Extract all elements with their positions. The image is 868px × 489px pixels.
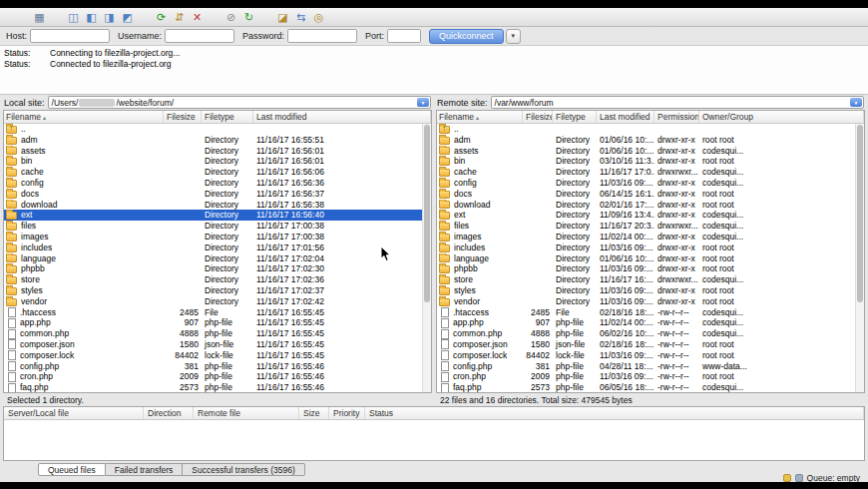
file-row[interactable]: stylesDirectory11/16/17 17:02:37 [4, 285, 431, 296]
file-row[interactable]: .. [4, 124, 431, 135]
chevron-down-icon[interactable]: ▼ [417, 98, 429, 107]
file-row[interactable]: phpbbDirectory11/03/16 09:...drwxr-xr-xr… [437, 263, 864, 274]
queue-column-header[interactable]: Direction [144, 407, 194, 419]
remote-path-combo[interactable]: /var/www/forum ▼ [491, 96, 864, 109]
file-row[interactable]: app.php907php-file11/02/14 00:...-rw-r--… [437, 317, 864, 328]
scrollbar-thumb[interactable] [424, 125, 430, 302]
file-row[interactable]: extDirectory11/16/17 16:56:40 [4, 210, 431, 221]
file-row[interactable]: app.php907php-file11/16/17 16:55:45 [4, 317, 431, 328]
column-header-mod[interactable]: Last modified [597, 111, 654, 123]
password-input[interactable] [287, 29, 357, 43]
file-row[interactable]: binDirectory03/10/16 11:3...drwxr-xr-xro… [437, 156, 864, 167]
process-queue-icon[interactable]: ⇵ [172, 10, 187, 25]
file-row[interactable]: stylesDirectory11/03/16 09:...drwxr-xr-x… [437, 285, 864, 296]
column-header-name[interactable]: Filename▴ [4, 111, 164, 123]
file-row[interactable]: phpbbDirectory11/16/17 17:02:30 [4, 263, 431, 274]
file-row[interactable]: includesDirectory11/03/16 09:...drwxr-xr… [437, 243, 864, 253]
reconnect-icon[interactable]: ↻ [241, 10, 256, 25]
username-input[interactable] [165, 29, 234, 43]
toggle-log-icon[interactable]: ◫ [66, 10, 81, 25]
file-row[interactable]: includesDirectory11/16/17 17:01:56 [4, 243, 431, 253]
file-row[interactable]: cron.php2009php-file11/03/16 09:...-rw-r… [437, 371, 864, 382]
queue-column-header[interactable]: Priority [329, 407, 365, 419]
file-row[interactable]: extDirectory11/09/16 13:4...drwxr-xr-xco… [437, 210, 864, 221]
column-header-size[interactable]: Filesize [164, 111, 202, 123]
file-name: files [454, 221, 469, 232]
column-header-type[interactable]: Filetype [202, 111, 253, 123]
local-path-combo[interactable]: /Users/ /website/forum/ ▼ [48, 96, 431, 109]
toggle-local-tree-icon[interactable]: ◧ [84, 10, 99, 25]
toggle-remote-tree-icon[interactable]: ◨ [102, 10, 117, 25]
file-row[interactable]: admDirectory11/16/17 16:55:51 [4, 135, 431, 146]
file-row[interactable]: composer.json1580json-file11/16/17 16:55… [4, 339, 431, 350]
file-row[interactable]: docsDirectory11/16/17 16:56:37 [4, 189, 431, 200]
file-row[interactable]: faq.php2573php-file11/16/17 16:55:46 [4, 382, 431, 392]
file-row[interactable]: composer.lock84402lock-file11/03/16 09:.… [437, 350, 864, 361]
file-row[interactable]: .. [437, 124, 864, 135]
quickconnect-dropdown-button[interactable]: ▼ [506, 29, 521, 44]
find-files-icon[interactable]: ◎ [311, 10, 326, 25]
queue-column-header[interactable]: Server/Local file [4, 407, 144, 419]
file-icon [441, 339, 449, 349]
column-header-name[interactable]: Filename▴ [437, 111, 523, 123]
column-header-perm[interactable]: Permissions [654, 111, 699, 123]
file-row[interactable]: common.php4888php-file06/02/16 10:...-rw… [437, 328, 864, 339]
disconnect-icon[interactable]: ⊘ [223, 10, 238, 25]
file-row[interactable]: docsDirectory06/14/15 16:1...drwxr-xr-xr… [437, 189, 864, 200]
file-row[interactable]: cacheDirectory11/16/17 17:0...drwxrwxr..… [437, 167, 864, 178]
file-row[interactable]: assetsDirectory11/16/17 16:56:01 [4, 146, 431, 157]
file-row[interactable]: languageDirectory01/06/16 10:...drwxr-xr… [437, 253, 864, 264]
file-row[interactable]: cron.php2009php-file11/16/17 16:55:46 [4, 371, 431, 382]
file-row[interactable]: languageDirectory11/16/17 17:02:04 [4, 253, 431, 264]
file-row[interactable]: configDirectory11/03/16 09:...drwxr-xr-x… [437, 178, 864, 189]
quickconnect-button[interactable]: Quickconnect [429, 29, 504, 44]
host-input[interactable] [30, 29, 110, 43]
port-input[interactable] [387, 29, 421, 43]
file-row[interactable]: binDirectory11/16/17 16:56:01 [4, 156, 431, 167]
cell-name: ext [437, 210, 523, 221]
file-row[interactable]: imagesDirectory11/16/17 17:00:38 [4, 232, 431, 243]
synchronized-browsing-icon[interactable]: ⇆ [293, 10, 308, 25]
file-row[interactable]: assetsDirectory01/06/16 10:...drwxr-xr-x… [437, 146, 864, 157]
file-row[interactable]: downloadDirectory11/16/17 16:56:38 [4, 200, 431, 211]
chevron-down-icon[interactable]: ▼ [850, 98, 862, 107]
column-header-type[interactable]: Filetype [553, 111, 597, 123]
file-row[interactable]: admDirectory01/06/16 10:...drwxr-xr-xroo… [437, 135, 864, 146]
file-row[interactable]: composer.json1580json-file02/18/16 18:..… [437, 339, 864, 350]
cancel-icon[interactable]: ✕ [190, 10, 205, 25]
file-row[interactable]: faq.php2573php-file06/05/16 18:...-rw-r-… [437, 382, 864, 392]
file-row[interactable]: .htaccess2485File02/18/16 18:...-rw-r--r… [437, 307, 864, 318]
vertical-scrollbar[interactable] [422, 124, 431, 392]
directory-comparison-icon[interactable]: ◪ [275, 10, 290, 25]
file-row[interactable]: config.php381php-file04/28/11 18:...-rw-… [437, 361, 864, 372]
queue-column-header[interactable]: Status [365, 407, 864, 419]
cell-mod: 11/16/17 17:02:42 [253, 296, 431, 307]
file-row[interactable]: composer.lock84402lock-file11/16/17 16:5… [4, 350, 431, 361]
column-header-mod[interactable]: Last modified [253, 111, 431, 123]
file-row[interactable]: vendorDirectory11/16/17 17:02:42 [4, 296, 431, 307]
file-row[interactable]: filesDirectory11/16/17 20:3...drwxrwxr..… [437, 221, 864, 232]
folder-icon [439, 169, 450, 177]
toggle-queue-icon[interactable]: ◩ [120, 10, 135, 25]
file-row[interactable]: filesDirectory11/16/17 17:00:38 [4, 221, 431, 232]
file-row[interactable]: storeDirectory11/16/17 17:02:36 [4, 274, 431, 285]
file-row[interactable]: vendorDirectory11/03/16 09:...drwxr-xr-x… [437, 296, 864, 307]
file-row[interactable]: imagesDirectory11/02/14 00:...drwxr-xr-x… [437, 232, 864, 243]
site-manager-icon[interactable]: ▦ [32, 10, 47, 25]
queue-column-header[interactable]: Remote file [194, 407, 299, 419]
vertical-scrollbar[interactable] [855, 124, 864, 392]
file-row[interactable]: config.php381php-file11/16/17 16:55:46 [4, 361, 431, 372]
column-header-owner[interactable]: Owner/Group [699, 111, 864, 123]
file-row[interactable]: cacheDirectory11/16/17 16:56:06 [4, 167, 431, 178]
file-name: ext [21, 210, 32, 221]
file-row[interactable]: common.php4888php-file11/16/17 16:55:45 [4, 328, 431, 339]
file-row[interactable]: storeDirectory11/16/17 16:...drwxrwxr...… [437, 274, 864, 285]
file-row[interactable]: configDirectory11/16/17 16:56:36 [4, 178, 431, 189]
file-row[interactable]: downloadDirectory02/01/16 17:...drwxr-xr… [437, 200, 864, 211]
file-row[interactable]: .htaccess2485File11/16/17 16:55:45 [4, 307, 431, 318]
cell-owner: codesqui... [699, 317, 864, 328]
queue-column-header[interactable]: Size [299, 407, 329, 419]
scrollbar-thumb[interactable] [857, 125, 863, 302]
refresh-icon[interactable]: ⟳ [154, 10, 169, 25]
column-header-size[interactable]: Filesize [523, 111, 553, 123]
